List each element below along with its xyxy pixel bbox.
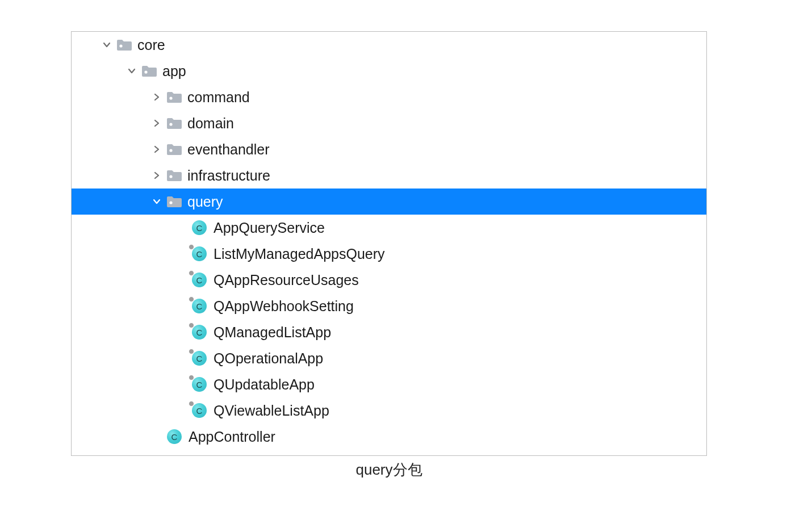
tree-item-label: QAppResourceUsages <box>214 272 359 288</box>
folder-icon <box>166 169 183 182</box>
tree-class-row[interactable]: CQManagedListApp <box>72 319 706 345</box>
class-icon: C <box>166 429 183 444</box>
chevron-right-icon[interactable] <box>151 145 162 154</box>
class-icon-badge <box>189 322 194 328</box>
tree-class-row[interactable]: CListMyManagedAppsQuery <box>72 241 706 267</box>
class-icon-badge <box>189 296 194 302</box>
tree-item-label: AppQueryService <box>214 220 325 236</box>
tree-class-row[interactable]: CQAppResourceUsages <box>72 267 706 293</box>
class-icon-circle: C <box>192 351 207 366</box>
tree-class-row[interactable]: CQAppWebhookSetting <box>72 293 706 319</box>
tree-item-label: infrastructure <box>187 167 270 184</box>
folder-icon <box>166 117 183 129</box>
tree-folder-row[interactable]: query <box>72 189 706 215</box>
svg-point-1 <box>144 70 147 73</box>
tree-folder-row[interactable]: command <box>72 84 706 110</box>
class-icon-circle: C <box>192 403 207 418</box>
tree-item-label: QUpdatableApp <box>214 376 315 393</box>
chevron-right-icon[interactable] <box>151 93 162 102</box>
tree-class-row[interactable]: CQViewableListApp <box>72 397 706 424</box>
class-icon-circle: C <box>192 377 207 392</box>
tree-class-row[interactable]: CQOperationalApp <box>72 345 706 371</box>
class-icon-badge <box>189 401 194 407</box>
tree-item-label: QOperationalApp <box>214 350 323 367</box>
tree-item-label: AppController <box>189 429 275 445</box>
project-tree-panel: core app command domain eventhandler inf… <box>71 31 707 456</box>
svg-point-3 <box>169 123 172 125</box>
tree-class-row[interactable]: CAppController <box>72 424 706 450</box>
svg-point-6 <box>169 201 172 204</box>
class-icon: C <box>191 351 208 366</box>
tree-folder-row[interactable]: app <box>72 58 706 84</box>
folder-icon <box>141 65 158 77</box>
folder-icon <box>116 39 133 51</box>
folder-icon <box>166 143 183 156</box>
tree-folder-row[interactable]: infrastructure <box>72 162 706 189</box>
tree-item-label: QViewableListApp <box>214 403 329 419</box>
chevron-right-icon[interactable] <box>151 119 162 128</box>
class-icon: C <box>191 377 208 392</box>
tree-item-label: domain <box>187 115 234 132</box>
tree-item-label: eventhandler <box>187 141 270 158</box>
tree-folder-row[interactable]: domain <box>72 110 706 136</box>
chevron-down-icon[interactable] <box>151 197 162 206</box>
class-icon-badge <box>189 270 194 276</box>
tree-class-row[interactable]: CQUpdatableApp <box>72 371 706 397</box>
class-icon: C <box>191 220 208 235</box>
tree-item-label: QAppWebhookSetting <box>214 298 354 315</box>
class-icon: C <box>191 273 208 287</box>
class-icon: C <box>191 246 208 261</box>
class-icon-badge <box>189 349 194 354</box>
svg-point-5 <box>169 175 172 178</box>
figure-caption: query分包 <box>71 460 707 480</box>
class-icon-badge <box>189 244 194 250</box>
class-icon-circle: C <box>192 299 207 313</box>
svg-point-2 <box>169 97 172 99</box>
tree-item-label: QManagedListApp <box>214 324 331 341</box>
class-icon-circle: C <box>192 220 207 235</box>
tree-class-row[interactable]: CAppQueryService <box>72 215 706 241</box>
chevron-right-icon[interactable] <box>151 171 162 180</box>
class-icon: C <box>191 299 208 313</box>
tree-item-label: query <box>187 194 223 210</box>
class-icon: C <box>191 403 208 418</box>
folder-icon <box>166 91 183 103</box>
class-icon-circle: C <box>167 429 182 444</box>
class-icon-circle: C <box>192 325 207 340</box>
tree-item-label: ListMyManagedAppsQuery <box>214 246 385 262</box>
tree-folder-row[interactable]: core <box>72 32 706 58</box>
class-icon-circle: C <box>192 273 207 287</box>
class-icon-circle: C <box>192 246 207 261</box>
tree-item-label: command <box>187 89 250 106</box>
svg-point-4 <box>169 149 172 152</box>
chevron-down-icon[interactable] <box>126 66 137 76</box>
class-icon-badge <box>189 375 194 380</box>
chevron-down-icon[interactable] <box>101 40 112 49</box>
folder-icon <box>166 195 183 208</box>
class-icon: C <box>191 325 208 340</box>
tree-item-label: app <box>162 63 186 79</box>
svg-point-0 <box>119 44 122 47</box>
tree-item-label: core <box>137 37 165 53</box>
tree-folder-row[interactable]: eventhandler <box>72 136 706 162</box>
